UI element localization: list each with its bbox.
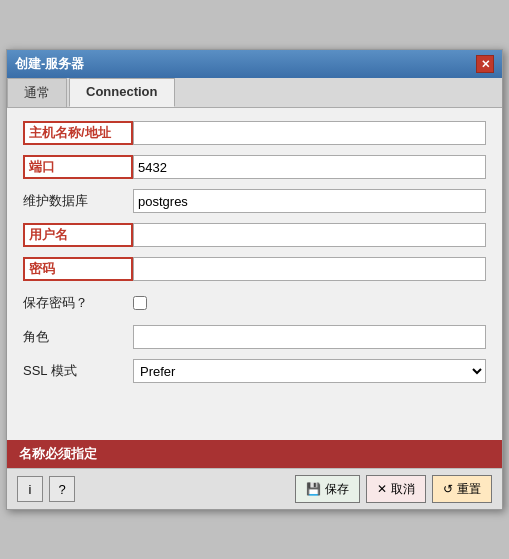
username-label: 用户名 <box>23 223 133 247</box>
maintenance-db-label: 维护数据库 <box>23 192 133 210</box>
maintenance-db-input[interactable] <box>133 189 486 213</box>
tab-connection[interactable]: Connection <box>69 78 175 107</box>
titlebar: 创建-服务器 ✕ <box>7 50 502 78</box>
username-row: 用户名 <box>23 222 486 248</box>
save-button[interactable]: 💾 保存 <box>295 475 360 503</box>
spacer <box>23 392 486 432</box>
footer: i ? 💾 保存 ✕ 取消 ↺ 重置 <box>7 468 502 509</box>
tab-bar: 通常 Connection <box>7 78 502 108</box>
save-password-label: 保存密码？ <box>23 294 133 312</box>
hostname-input[interactable] <box>133 121 486 145</box>
status-bar: 名称必须指定 <box>7 440 502 468</box>
dialog-title: 创建-服务器 <box>15 55 84 73</box>
ssl-mode-select[interactable]: Allow Disable Prefer Require Verify-CA V… <box>133 359 486 383</box>
save-password-checkbox[interactable] <box>133 296 147 310</box>
reset-label: 重置 <box>457 481 481 498</box>
footer-left: i ? <box>17 476 75 502</box>
save-password-checkbox-cell <box>133 296 486 310</box>
hostname-row: 主机名称/地址 <box>23 120 486 146</box>
save-icon: 💾 <box>306 482 321 496</box>
form-content: 主机名称/地址 端口 维护数据库 用户名 密码 保存密码？ <box>7 108 502 440</box>
status-message: 名称必须指定 <box>19 445 97 463</box>
ssl-mode-label: SSL 模式 <box>23 362 133 380</box>
role-input[interactable] <box>133 325 486 349</box>
password-label: 密码 <box>23 257 133 281</box>
maintenance-db-row: 维护数据库 <box>23 188 486 214</box>
close-button[interactable]: ✕ <box>476 55 494 73</box>
ssl-mode-row: SSL 模式 Allow Disable Prefer Require Veri… <box>23 358 486 384</box>
username-input[interactable] <box>133 223 486 247</box>
hostname-label: 主机名称/地址 <box>23 121 133 145</box>
create-server-dialog: 创建-服务器 ✕ 通常 Connection 主机名称/地址 端口 维护数据库 … <box>6 49 503 510</box>
tab-general[interactable]: 通常 <box>7 78 67 107</box>
cancel-label: 取消 <box>391 481 415 498</box>
port-label: 端口 <box>23 155 133 179</box>
reset-button[interactable]: ↺ 重置 <box>432 475 492 503</box>
help-button[interactable]: ? <box>49 476 75 502</box>
port-row: 端口 <box>23 154 486 180</box>
info-button[interactable]: i <box>17 476 43 502</box>
cancel-icon: ✕ <box>377 482 387 496</box>
save-label: 保存 <box>325 481 349 498</box>
port-input[interactable] <box>133 155 486 179</box>
role-row: 角色 <box>23 324 486 350</box>
save-password-row: 保存密码？ <box>23 290 486 316</box>
password-input[interactable] <box>133 257 486 281</box>
reset-icon: ↺ <box>443 482 453 496</box>
role-label: 角色 <box>23 328 133 346</box>
password-row: 密码 <box>23 256 486 282</box>
cancel-button[interactable]: ✕ 取消 <box>366 475 426 503</box>
